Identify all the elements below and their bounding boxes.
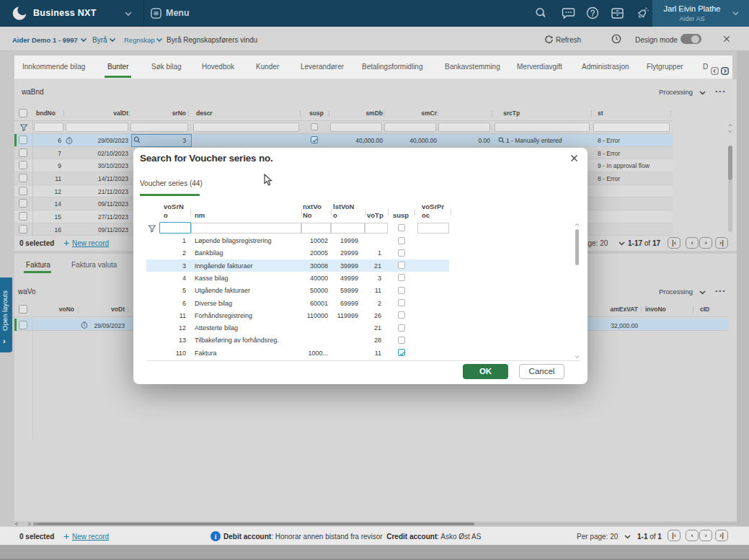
svg-text:i: i xyxy=(215,533,217,541)
